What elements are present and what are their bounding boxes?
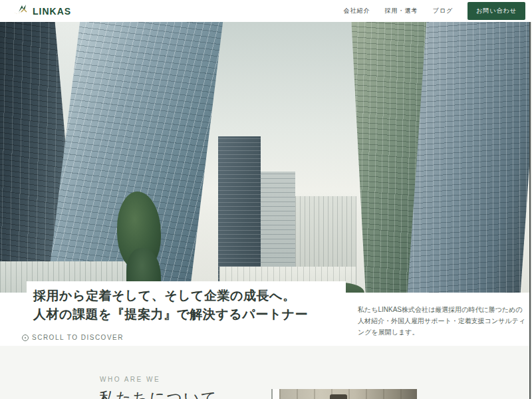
header: LINKAS 会社紹介 採用・選考 ブログ お問い合わせ xyxy=(0,0,532,22)
logo-swoosh-icon xyxy=(13,4,29,18)
about-image-photo xyxy=(279,389,417,399)
scroll-label: SCROLL TO DISCOVER xyxy=(32,334,124,341)
nav-item-company[interactable]: 会社紹介 xyxy=(344,7,370,15)
contact-button[interactable]: お問い合わせ xyxy=(467,2,525,20)
scrollbar-thumb[interactable] xyxy=(529,22,531,399)
logo[interactable]: LINKAS xyxy=(13,4,71,18)
main-nav: 会社紹介 採用・選考 ブログ お問い合わせ xyxy=(344,2,525,20)
logo-text: LINKAS xyxy=(33,6,71,17)
about-image-detail xyxy=(330,394,347,399)
hero-description: 私たちLINKAS株式会社は厳選採用の時代に勝つための人材紹介・外国人雇用サポー… xyxy=(358,304,528,338)
circle-dot-icon xyxy=(22,334,29,341)
hero-heading-line2: 人材の課題を『提案力』で解決するパートナー xyxy=(33,307,308,321)
about-eyebrow: WHO ARE WE xyxy=(100,376,160,383)
hero-image xyxy=(0,22,532,293)
page: LINKAS 会社紹介 採用・選考 ブログ お問い合わせ 採用から定着そして、そ… xyxy=(0,0,532,399)
hero-heading-card: 採用から定着そして、そして企業の成長へ。 人材の課題を『提案力』で解決するパート… xyxy=(27,281,346,331)
about-section: WHO ARE WE 私たちについて xyxy=(0,346,532,399)
scrollbar-track[interactable] xyxy=(529,22,532,399)
hero-heading: 採用から定着そして、そして企業の成長へ。 人材の課題を『提案力』で解決するパート… xyxy=(33,287,346,324)
hero-heading-line1: 採用から定着そして、そして企業の成長へ。 xyxy=(33,289,295,303)
nav-item-recruit[interactable]: 採用・選考 xyxy=(385,7,418,15)
about-image xyxy=(271,389,417,399)
hero-building-right-far xyxy=(406,22,532,293)
scroll-to-discover[interactable]: SCROLL TO DISCOVER xyxy=(22,334,124,341)
nav-item-blog[interactable]: ブログ xyxy=(433,7,454,15)
about-title: 私たちについて xyxy=(99,388,217,399)
about-image-gap xyxy=(273,389,279,399)
